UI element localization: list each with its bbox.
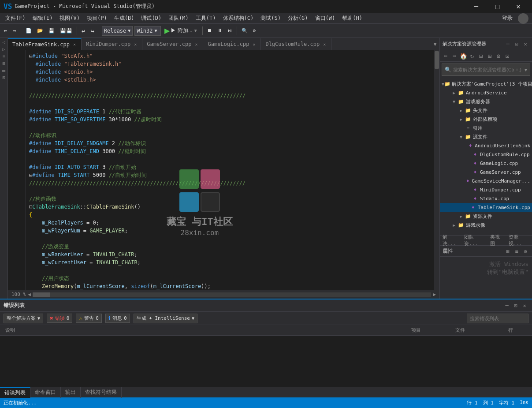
- tab-scroll-button[interactable]: ▼: [431, 38, 439, 50]
- panel-tab-resource[interactable]: 资源视...: [506, 234, 532, 247]
- undo-button[interactable]: ↩: [80, 26, 87, 36]
- minimize-button[interactable]: ─: [466, 0, 486, 13]
- bottom-tab-command[interactable]: 命令窗口: [30, 387, 61, 398]
- pin-button[interactable]: ─: [504, 40, 512, 48]
- save-all-button[interactable]: 💾💾: [58, 26, 74, 36]
- platform-dropdown[interactable]: Win32 ▼: [134, 26, 161, 36]
- tree-item-gamelogic[interactable]: ♦ GameLogic.cpp: [440, 159, 532, 168]
- redo-button[interactable]: ↪: [89, 26, 96, 36]
- sol-back-btn[interactable]: ⬅: [442, 52, 450, 60]
- tree-item-headers[interactable]: ▶ 📁 头文件: [440, 106, 532, 115]
- bottom-tab-output[interactable]: 输出: [61, 387, 81, 398]
- sol-collapse-btn[interactable]: ⊟: [477, 52, 485, 60]
- bottom-tab-errorlist[interactable]: 错误列表: [0, 387, 30, 398]
- toolbar-btn-extra5[interactable]: ⚙: [251, 26, 258, 36]
- tree-item-gamesevicemanager[interactable]: ♦ GameSeviceManager...: [440, 176, 532, 185]
- props-cat-btn[interactable]: ≡: [513, 247, 521, 255]
- bottom-tab-findsymbol[interactable]: 查找符号结果: [81, 387, 122, 398]
- menu-arch[interactable]: 体系结构(C): [219, 14, 257, 23]
- tree-item-resources[interactable]: ▶ 📁 资源文件: [440, 212, 532, 221]
- forward-button[interactable]: ➡: [11, 26, 18, 36]
- expand-icon[interactable]: ▶: [458, 213, 465, 220]
- configuration-dropdown[interactable]: Release ▼: [102, 26, 133, 36]
- tree-item-gameserver-folder[interactable]: ▼ 📁 游戏服务器: [440, 97, 532, 106]
- float-button[interactable]: ⊡: [513, 40, 521, 48]
- tab-close-icon[interactable]: ✕: [72, 41, 77, 47]
- menu-window[interactable]: 窗口(W): [312, 14, 339, 23]
- sol-settings-btn[interactable]: ⚙: [495, 52, 502, 60]
- solution-search-input[interactable]: [453, 67, 523, 72]
- scrollbar-thumb[interactable]: [435, 51, 439, 69]
- open-button[interactable]: 📂: [35, 26, 45, 36]
- scroll-right-btn[interactable]: ▶: [433, 292, 436, 297]
- tab-dlgcustomrule[interactable]: DlgCustomRule.cpp ✕: [261, 38, 331, 50]
- tab-close-icon[interactable]: ✕: [194, 41, 198, 47]
- toolbar-btn-extra4[interactable]: 🔍: [240, 26, 249, 36]
- menu-tools[interactable]: 工具(T): [192, 14, 219, 23]
- sol-filter-btn[interactable]: ⊡: [503, 52, 511, 60]
- error-pin-btn[interactable]: ─: [503, 302, 511, 310]
- new-project-button[interactable]: 📄: [24, 26, 33, 36]
- vertical-scrollbar[interactable]: [434, 50, 439, 290]
- code-editor[interactable]: ⊟#include "StdAfx.h" #include "TableFram…: [8, 50, 439, 290]
- back-button[interactable]: ⬅: [2, 26, 9, 36]
- tree-item-references[interactable]: ≡ 引用: [440, 124, 532, 132]
- toolbar-btn-extra3[interactable]: ⏯: [226, 26, 234, 36]
- tab-minidumper[interactable]: MiniDumper.cpp ✕: [82, 38, 142, 50]
- tab-tableframesink[interactable]: TableFrameSink.cpp ✕: [8, 38, 82, 50]
- error-close-btn[interactable]: ✕: [521, 302, 528, 310]
- filter-dropdown[interactable]: 生成 + IntelliSense ▼: [134, 314, 197, 323]
- solution-search-box[interactable]: 🔍 ▼: [442, 64, 530, 76]
- expand-icon[interactable]: ▶: [458, 107, 465, 114]
- sol-newwin-btn[interactable]: ⊞: [486, 52, 494, 60]
- menu-view[interactable]: 视图(V): [56, 14, 83, 23]
- expand-icon[interactable]: ▶: [450, 221, 458, 228]
- tree-item-androidservice[interactable]: ▶ 📁 AndroidService: [440, 88, 532, 97]
- tree-item-tableframesink[interactable]: ♦ TableFrameSink.cpp: [440, 203, 532, 212]
- sol-forward-btn[interactable]: ➡: [450, 52, 458, 60]
- menu-debug[interactable]: 调试(D): [138, 14, 165, 23]
- menu-edit[interactable]: 编辑(E): [29, 14, 56, 23]
- menu-test[interactable]: 测试(S): [257, 14, 284, 23]
- toolbar-btn-extra1[interactable]: ⏹: [205, 26, 214, 36]
- menu-help[interactable]: 帮助(H): [339, 14, 366, 23]
- message-count-badge[interactable]: ℹ 消息 0: [105, 314, 130, 323]
- tree-item-external[interactable]: ▶ 📁 外部依赖项: [440, 115, 532, 124]
- scroll-left-btn[interactable]: ◀: [28, 292, 31, 297]
- props-sort-btn[interactable]: ⊞: [504, 247, 512, 255]
- props-gear-btn[interactable]: ⚙: [521, 247, 529, 255]
- tree-item-stdafx[interactable]: ♦ Stdafx.cpp: [440, 194, 532, 203]
- tab-close-icon[interactable]: ✕: [252, 41, 256, 47]
- menu-team[interactable]: 团队(M): [165, 14, 192, 23]
- tree-item-gameserver-cpp[interactable]: ♦ GameServer.cpp: [440, 168, 532, 176]
- close-button[interactable]: ✕: [508, 0, 528, 13]
- menu-login[interactable]: 登录: [499, 14, 516, 23]
- toolbar-btn-extra2[interactable]: ⏸: [216, 26, 224, 36]
- code-content[interactable]: ⊟#include "StdAfx.h" #include "TableFram…: [26, 50, 439, 290]
- tab-gamelogic[interactable]: GameLogic.cpp ✕: [203, 38, 261, 50]
- expand-icon[interactable]: ▶: [458, 116, 465, 123]
- menu-project[interactable]: 项目(P): [83, 14, 111, 23]
- menu-file[interactable]: 文件(F): [2, 14, 29, 23]
- save-button[interactable]: 💾: [47, 26, 56, 36]
- menu-build[interactable]: 生成(B): [111, 14, 138, 23]
- tab-close-icon[interactable]: ✕: [133, 41, 138, 47]
- tree-item-sources[interactable]: ▼ 📁 源文件: [440, 132, 532, 141]
- sol-home-btn[interactable]: 🏠: [459, 52, 467, 60]
- error-count-badge[interactable]: ✖ 错误 0: [47, 314, 72, 323]
- expand-icon[interactable]: ▼: [458, 133, 465, 140]
- error-float-btn[interactable]: ⊡: [512, 302, 520, 310]
- maximize-button[interactable]: □: [487, 0, 507, 13]
- error-search-box[interactable]: 🔍: [467, 314, 528, 323]
- tree-item-androiduseritemsink[interactable]: ♦ AndroidUserItemSink: [440, 141, 532, 150]
- expand-icon[interactable]: ▼: [450, 98, 458, 105]
- tree-item-minidumper[interactable]: ♦ MiniDumper.cpp: [440, 185, 532, 194]
- horizontal-scrollbar[interactable]: [33, 292, 432, 297]
- error-search-input[interactable]: [470, 316, 531, 321]
- tree-item-dlgcustomrule[interactable]: ♦ DlgCustomRule.cpp: [440, 150, 532, 159]
- scope-dropdown[interactable]: 整个解决方案 ▼: [4, 314, 43, 323]
- play-button[interactable]: ▶ ▶ 附加... ▼: [163, 26, 199, 35]
- warning-count-badge[interactable]: ⚠ 警告 0: [76, 314, 101, 323]
- panel-tab-solution[interactable]: 解决...: [440, 234, 461, 247]
- tab-gameserver[interactable]: GameServer.cpp ✕: [142, 38, 203, 50]
